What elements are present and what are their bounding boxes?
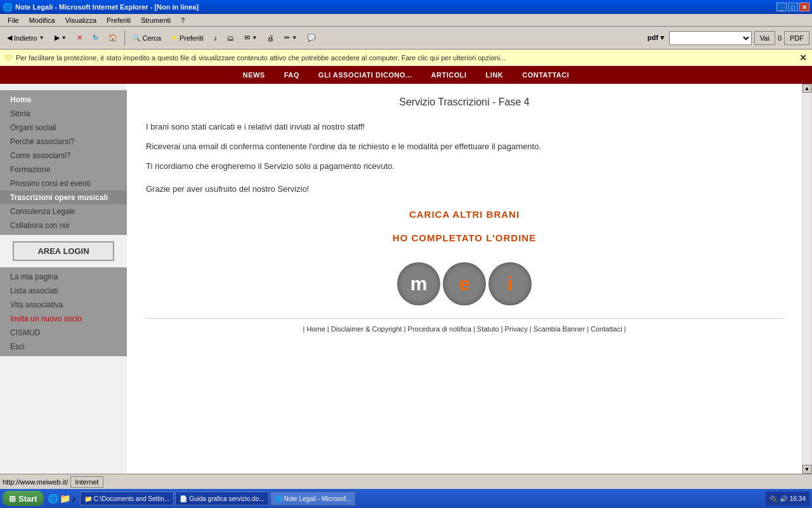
folder-quicklaunch-icon[interactable]: 📁 <box>60 493 70 504</box>
sidebar-item-formazione[interactable]: Formazione <box>0 163 127 177</box>
separator <box>124 30 125 46</box>
sidebar-item-lista[interactable]: Lista associati <box>0 284 127 298</box>
history-icon: 🗂 <box>227 34 234 42</box>
media-icon: ♪ <box>214 34 218 42</box>
refresh-button[interactable]: ↻ <box>88 29 103 47</box>
ho-completato-ordine-link[interactable]: HO COMPLETATO L'ORDINE <box>146 232 783 243</box>
window-title: Note Legali - Microsoft Internet Explore… <box>15 3 199 11</box>
history-button[interactable]: 🗂 <box>223 29 239 47</box>
vai-button[interactable]: Vai <box>754 31 775 45</box>
sidebar-login-section: La mia pagina Lista associati Vita assoc… <box>0 267 127 356</box>
media-quicklaunch-icon[interactable]: ♪ <box>72 493 76 504</box>
sidebar-item-come[interactable]: Come associarsi? <box>0 149 127 163</box>
menu-help[interactable]: ? <box>176 17 190 24</box>
sidebar-item-esci[interactable]: Esci <box>0 340 127 354</box>
print-button[interactable]: 🖨 <box>263 29 278 47</box>
scrollbar[interactable]: ▲ ▼ <box>802 84 812 474</box>
menu-preferiti[interactable]: Preferiti <box>102 17 136 24</box>
menu-visualizza[interactable]: Visualizza <box>60 17 102 24</box>
sidebar-item-corsi[interactable]: Prossimi corsi ed eventi <box>0 177 127 190</box>
pdf-select[interactable] <box>669 31 752 45</box>
sidebar-item-consulenza[interactable]: Consulenza Legale <box>0 204 127 218</box>
taskbar-item-guida[interactable]: 📄 Guida grafica servizio.do... <box>175 491 268 505</box>
sidebar-item-storia[interactable]: Storia <box>0 107 127 121</box>
status-zone: Internet <box>70 476 103 488</box>
sidebar-item-vita[interactable]: Vita associativa <box>0 298 127 312</box>
quick-launch: 🌐 📁 ♪ <box>48 491 76 505</box>
pdf-export-button[interactable]: PDF <box>784 31 809 45</box>
sidebar-item-cismud[interactable]: CISMUD <box>0 326 127 340</box>
footer-statuto[interactable]: Statuto <box>477 325 499 333</box>
taskbar-item-notelegali[interactable]: 🌐 Note Legali - Microsof... <box>270 491 356 505</box>
home-icon: 🏠 <box>108 34 117 42</box>
sidebar: Home Storia Organi sociali Perchè associ… <box>0 84 127 474</box>
footer-home[interactable]: Home <box>306 325 325 333</box>
footer-procedura[interactable]: Procedura di notifica <box>408 325 471 333</box>
back-dropdown-icon[interactable]: ▼ <box>39 35 44 41</box>
mail-button[interactable]: ✉ ▼ <box>240 29 261 47</box>
tray-time: 16:34 <box>790 495 806 502</box>
mail-dropdown-icon[interactable]: ▼ <box>252 35 257 41</box>
sidebar-main-section: Home Storia Organi sociali Perchè associ… <box>0 90 127 235</box>
shield-icon: 🛡 <box>5 54 12 62</box>
maximize-button[interactable]: □ <box>788 3 798 11</box>
sidebar-item-perche[interactable]: Perchè associarsi? <box>0 135 127 149</box>
nav-contattaci[interactable]: CONTATTACI <box>522 71 569 79</box>
media-button[interactable]: ♪ <box>209 29 222 47</box>
area-login-box: AREA LOGIN <box>13 241 114 261</box>
footer-scambia[interactable]: Scambia Banner <box>534 325 585 333</box>
sidebar-item-invita[interactable]: Invita un nuovo socio <box>0 312 127 326</box>
menu-strumenti[interactable]: Strumenti <box>136 17 176 24</box>
edit-dropdown-icon[interactable]: ▼ <box>292 35 297 41</box>
sidebar-item-trascrizioni[interactable]: Trascrizioni opere musicali <box>0 190 127 204</box>
sidebar-item-mia-pagina[interactable]: La mia pagina <box>0 270 127 284</box>
close-button[interactable]: ✕ <box>799 3 809 11</box>
minimize-button[interactable]: _ <box>776 3 787 11</box>
paragraph1: I brani sono stati caricati e i relativi… <box>146 121 783 134</box>
scroll-up-button[interactable]: ▲ <box>802 84 811 93</box>
footer-disclaimer[interactable]: Disclaimer & Copyright <box>331 325 402 333</box>
carica-altri-brani-link[interactable]: CARICA ALTRI BRANI <box>146 209 783 220</box>
taskbar-folder-icon: 📁 <box>84 495 92 502</box>
windows-icon: ⊞ <box>9 494 16 504</box>
discuss-button[interactable]: 💬 <box>303 29 320 47</box>
nav-link[interactable]: LINK <box>486 71 504 79</box>
paragraph3: Ti ricordiamo che erogheremo il Servizio… <box>146 160 783 173</box>
main-content: Servizio Trascrizioni - Fase 4 I brani s… <box>127 84 802 474</box>
sidebar-item-organi[interactable]: Organi sociali <box>0 121 127 135</box>
taskbar: ⊞ Start 🌐 📁 ♪ 📁 C:\Documents and Settin.… <box>0 489 812 508</box>
pdf-label[interactable]: pdf ▾ <box>645 34 667 42</box>
paragraph2: Riceverai una email di conferma contenen… <box>146 140 783 154</box>
footer-privacy[interactable]: Privacy <box>505 325 528 333</box>
status-bar: http://www.meiweb.it/ Internet <box>0 474 812 489</box>
menu-file[interactable]: File <box>3 17 24 24</box>
search-button[interactable]: 🔍 Cerca <box>128 29 166 47</box>
nav-articoli[interactable]: ARTICOLI <box>431 71 467 79</box>
footer-contattaci[interactable]: Contattaci <box>591 325 622 333</box>
start-button[interactable]: ⊞ Start <box>3 491 44 506</box>
print-icon: 🖨 <box>267 34 274 42</box>
ie-quicklaunch-icon[interactable]: 🌐 <box>48 493 58 504</box>
nav-news[interactable]: NEWS <box>243 71 265 79</box>
menu-modifica[interactable]: Modifica <box>24 17 60 24</box>
forward-button[interactable]: ▶ ▼ <box>50 29 71 47</box>
home-button[interactable]: 🏠 <box>104 29 122 47</box>
sidebar-item-home[interactable]: Home <box>0 93 127 107</box>
security-bar[interactable]: 🛡 Per facilitare la protezione, è stato … <box>0 50 812 66</box>
taskbar-items: 🌐 📁 ♪ 📁 C:\Documents and Settin... 📄 Gui… <box>48 491 764 505</box>
back-button[interactable]: ◀ Indietro ▼ <box>3 29 49 47</box>
scroll-down-button[interactable]: ▼ <box>802 465 811 474</box>
discuss-icon: 💬 <box>307 34 316 42</box>
edit-icon: ✏ <box>284 34 290 42</box>
scroll-track <box>802 93 811 465</box>
favorites-button[interactable]: ★ Preferiti <box>167 29 208 47</box>
security-bar-close[interactable]: ✕ <box>799 53 807 63</box>
nav-faq[interactable]: FAQ <box>284 71 299 79</box>
sidebar-item-collabora[interactable]: Collabora con noi <box>0 218 127 232</box>
stop-button[interactable]: ✕ <box>72 29 87 47</box>
nav-associati[interactable]: GLI ASSOCIATI DICONO... <box>318 71 412 79</box>
edit-button[interactable]: ✏ ▼ <box>280 29 301 47</box>
taskbar-item-documents[interactable]: 📁 C:\Documents and Settin... <box>80 491 174 505</box>
forward-dropdown-icon[interactable]: ▼ <box>62 35 67 41</box>
search-icon: 🔍 <box>132 34 141 42</box>
